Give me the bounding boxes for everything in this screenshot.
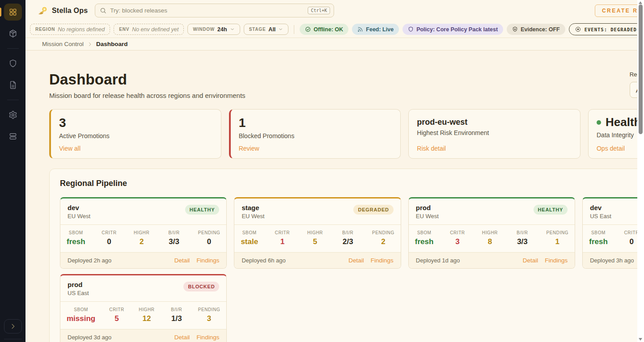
breadcrumb-parent-link[interactable]: Mission Control [42,41,84,47]
sidebar-divider [7,48,19,49]
env-card-header: dev US East HEALTHY [583,198,644,224]
status-bar: REGION No regions defined ENV No env def… [25,21,644,38]
chevron-down-icon [230,27,235,32]
findings-link[interactable]: Findings [545,257,568,264]
findings-link[interactable]: Findings [371,257,394,264]
scrollbar-thumb[interactable] [639,4,643,134]
env-card-prod-eu-west: prod EU West HEALTHY SBOM fresh CRITR 3 [408,197,575,269]
env-card-footer: Deployed 3h ago Detail Findings [583,252,644,268]
env-stats-row: SBOM missing CRITR 5 HIGHR 12 B/I/R [60,301,226,329]
stat-critr: CRITR 3 [449,230,466,246]
detail-link[interactable]: Detail [174,334,190,341]
detail-link[interactable]: Detail [174,257,190,264]
main-area: Dashboard Mission board for release heal… [25,51,644,342]
global-search[interactable]: Ctrl+K [95,4,334,17]
env-region: EU West [416,213,439,220]
env-card-footer: Deployed 3d ago Detail Findings [60,329,226,342]
sidebar-item-packages[interactable] [4,25,22,42]
env-filter-chip[interactable]: ENV No env defined yet [114,24,184,35]
chevron-down-icon [278,27,283,32]
sidebar-item-infrastructure[interactable] [4,128,22,145]
env-name: prod [416,204,439,211]
pipeline-grid: dev EU West HEALTHY SBOM fresh CRITR 0 [60,197,644,342]
findings-link[interactable]: Findings [196,257,219,264]
health-dot-icon [597,120,601,125]
scrollbar-down-arrow[interactable] [639,338,642,341]
comet-logo-icon [38,5,48,16]
blocked-promotions-label: Blocked Promotions [239,132,393,139]
risk-detail-link[interactable]: Risk detail [417,145,572,152]
stat-highr: HIGHR 8 [481,230,498,246]
stage-filter-chip[interactable]: STAGE All [244,24,289,35]
deployed-text: Deployed 3d ago [68,334,111,341]
page-title: Dashboard [49,71,246,88]
detail-link[interactable]: Detail [523,257,538,264]
events-status-pill[interactable]: EVENTS: DEGRADED [569,23,643,35]
highest-risk-env: prod-eu-west [417,118,572,127]
window-filter-chip[interactable]: WINDOW 24h [187,24,240,35]
env-card-header: stage EU West DEGRADED [234,198,400,224]
create-release-button[interactable]: CREATE RELEASE [595,4,644,17]
region-filter-chip[interactable]: REGION No regions defined [30,24,110,35]
highest-risk-card: prod-eu-west Highest Risk Environment Ri… [408,109,580,159]
policy-status-chip[interactable]: Policy: Core Policy Pack latest [402,24,503,35]
page-subtitle: Mission board for release health across … [49,92,246,99]
active-promotions-card: 3 Active Promotions View all [49,109,221,159]
detail-link[interactable]: Detail [348,257,364,264]
env-name: stage [242,204,264,211]
feed-status-chip[interactable]: Feed: Live [352,24,399,35]
offline-status-chip[interactable]: Offline: OK [300,24,348,35]
sidebar-item-settings[interactable] [4,106,22,123]
sidebar-item-dashboard[interactable] [4,4,22,21]
search-input[interactable] [110,7,304,14]
deployed-text: Deployed 2h ago [68,257,111,264]
server-stack-icon [8,132,17,141]
dashboard-grid-icon [8,8,17,17]
stat-sbom: SBOM fresh [67,230,85,246]
stat-pending: PENDING 2 [372,230,394,246]
active-item-accent-bar [0,8,1,17]
env-card-footer: Deployed 2h ago Detail Findings [60,252,226,268]
feed-status-text: Feed: Live [366,26,394,33]
env-card-footer: Deployed 6h ago Detail Findings [234,252,400,268]
brand[interactable]: Stella Ops [38,5,88,16]
deployed-text: Deployed 3h ago [590,257,634,264]
env-name: prod [68,281,89,288]
document-icon [8,80,17,89]
sidebar-item-documents[interactable] [4,76,22,93]
evidence-status-chip[interactable]: Evidence: OFF [507,24,565,35]
circle-dot-icon [575,26,581,32]
view-all-link[interactable]: View all [59,145,213,152]
evidence-status-text: Evidence: OFF [521,26,560,33]
env-name: dev [590,204,611,211]
sidebar-item-security[interactable] [4,55,22,72]
sidebar-divider [7,100,19,100]
sidebar-expand-button[interactable] [4,319,22,334]
review-link[interactable]: Review [239,145,393,152]
shield-icon [408,26,414,32]
stage-filter-label: STAGE [249,27,266,32]
page-header-row: Dashboard Mission board for release heal… [49,71,644,99]
scrollbar-up-arrow[interactable] [639,1,642,4]
status-badge: HEALTHY [185,205,220,215]
shield-icon [8,59,17,68]
page-scrollbar[interactable] [637,0,644,342]
status-badge: HEALTHY [534,205,568,215]
stat-bir: B/I/R 3/3 [514,230,531,246]
stat-highr: HIGHR 12 [138,307,155,323]
stat-pending: PENDING 3 [198,307,220,323]
deployed-text: Deployed 1d ago [416,257,460,264]
stat-sbom: SBOM fresh [589,230,608,246]
rss-icon [357,26,363,32]
findings-link[interactable]: Findings [196,334,219,341]
search-shortcut-badge: Ctrl+K [308,7,330,14]
blocked-promotions-count: 1 [239,116,393,130]
stat-highr: HIGHR 5 [307,230,324,246]
search-icon [100,7,106,14]
env-region: EU West [68,213,90,220]
breadcrumb-current: Dashboard [96,41,128,47]
highest-risk-label: Highest Risk Environment [417,129,572,136]
top-header: Stella Ops Ctrl+K CREATE RELEASE admin [25,0,644,21]
stat-sbom: SBOM missing [67,307,95,323]
env-card-header: dev EU West HEALTHY [60,198,226,224]
